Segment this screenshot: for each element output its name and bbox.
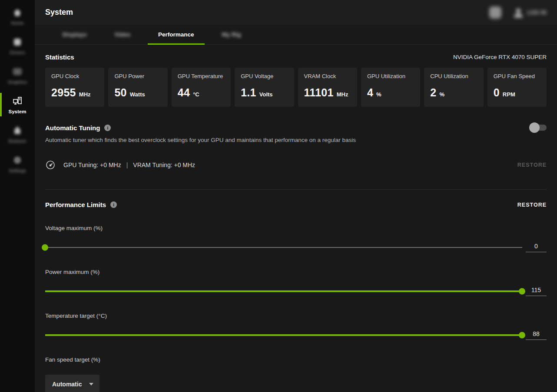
gear-icon [12, 155, 23, 166]
drivers-icon [12, 36, 23, 48]
stat-unit: °C [193, 91, 199, 98]
user-icon [513, 7, 524, 18]
stat-unit: Volts [259, 91, 273, 98]
stat-card-vram-clock: VRAM Clock 11101MHz [298, 68, 357, 107]
stat-card-gpu-fan-speed: GPU Fan Speed 0RPM [487, 68, 547, 107]
slider-knob[interactable] [519, 332, 525, 339]
graphics-icon [12, 66, 23, 77]
stat-card-gpu-temperature: GPU Temperature 44°C [172, 68, 231, 107]
tab-displays[interactable]: Displays [52, 25, 97, 44]
sidebar-item-label: System [9, 109, 27, 114]
system-icon [12, 96, 23, 107]
performance-limits-title: Performance Limits [45, 201, 106, 208]
stat-value: 2 [430, 86, 436, 99]
stat-unit: Watts [130, 91, 145, 98]
sidebar-item-settings[interactable]: Settings [0, 150, 35, 177]
sidebar-item-label: Graphics [8, 79, 27, 85]
gauge-icon [45, 160, 56, 170]
stat-unit: MHz [337, 91, 348, 98]
stat-value: 11101 [304, 86, 334, 99]
stat-value: 2955 [51, 86, 76, 99]
redeem-icon [12, 125, 23, 136]
slider-track[interactable] [45, 247, 522, 248]
gpu-tuning-value: GPU Tuning: +0 MHz [63, 161, 121, 168]
tuning-restore-button[interactable]: RESTORE [517, 162, 547, 168]
stat-card-gpu-clock: GPU Clock 2955MHz [45, 68, 104, 107]
temperature-target-value[interactable]: 88 [526, 330, 547, 340]
stat-value: 1.1 [241, 86, 256, 99]
slider-track[interactable] [45, 291, 522, 292]
gpu-name: NVIDIA GeForce RTX 4070 SUPER [453, 54, 547, 60]
sidebar-item-graphics[interactable]: Graphics [0, 62, 35, 89]
stat-value: 0 [494, 86, 500, 99]
statistics-cards: GPU Clock 2955MHz GPU Power 50Watts GPU … [45, 68, 547, 107]
stat-value: 50 [114, 86, 126, 99]
main-area: System LOG IN Displays Video Performance… [35, 0, 557, 392]
sidebar-item-drivers[interactable]: Drivers [0, 32, 35, 59]
sidebar-item-redeem[interactable]: Redeem [0, 121, 35, 148]
stat-card-gpu-power: GPU Power 50Watts [108, 68, 167, 107]
sidebar-item-label: Drivers [10, 50, 25, 55]
voltage-maximum-slider: 0 [45, 243, 547, 252]
power-maximum-value[interactable]: 115 [526, 287, 547, 296]
info-icon[interactable]: i [110, 201, 117, 208]
page-title: System [45, 8, 73, 17]
fan-speed-dropdown[interactable]: Automatic [45, 375, 99, 392]
sidebar-item-label: Settings [9, 168, 26, 173]
tab-my-rig[interactable]: My Rig [212, 25, 252, 44]
temperature-target-label: Temperature target (°C) [45, 313, 547, 319]
stat-value: 44 [178, 86, 190, 99]
home-icon [12, 7, 23, 18]
sidebar: Home Drivers Graphics System Re [0, 0, 35, 392]
fan-speed-selected: Automatic [52, 381, 82, 388]
limits-restore-button[interactable]: RESTORE [517, 202, 547, 208]
voltage-maximum-value[interactable]: 0 [526, 243, 547, 252]
chat-icon[interactable] [489, 7, 501, 19]
slider-knob[interactable] [42, 244, 48, 251]
tuning-separator: | [126, 161, 128, 168]
sidebar-item-label: Redeem [8, 138, 27, 144]
fan-speed-target-label: Fan speed target (%) [45, 356, 547, 363]
stat-card-cpu-utilization: CPU Utilization 2% [424, 68, 483, 107]
slider-knob[interactable] [519, 288, 525, 295]
stat-unit: MHz [79, 91, 91, 98]
top-bar: System LOG IN [35, 0, 557, 25]
voltage-maximum-label: Voltage maximum (%) [45, 225, 547, 231]
slider-track[interactable] [45, 335, 522, 336]
stat-card-gpu-utilization: GPU Utilization 4% [361, 68, 420, 107]
automatic-tuning-toggle[interactable] [529, 122, 547, 133]
statistics-title: Statistics [45, 53, 74, 61]
section-divider [45, 189, 547, 190]
stat-card-gpu-voltage: GPU Voltage 1.1Volts [235, 68, 294, 107]
tab-bar: Displays Video Performance My Rig [35, 25, 557, 45]
stat-unit: % [439, 91, 444, 98]
chevron-down-icon [89, 383, 93, 385]
tab-performance[interactable]: Performance [148, 25, 205, 44]
sidebar-item-home[interactable]: Home [0, 3, 35, 30]
content: Statistics NVIDIA GeForce RTX 4070 SUPER… [35, 45, 557, 392]
vram-tuning-value: VRAM Tuning: +0 MHz [133, 161, 195, 168]
stat-unit: % [376, 91, 381, 98]
automatic-tuning-title: Automatic Tuning [45, 124, 100, 132]
sidebar-item-system[interactable]: System [0, 91, 35, 118]
sidebar-item-label: Home [11, 20, 23, 26]
login-label: LOG IN [527, 10, 547, 16]
login-button[interactable]: LOG IN [513, 7, 547, 18]
temperature-target-slider: 88 [45, 330, 547, 340]
stat-unit: RPM [503, 91, 515, 98]
power-maximum-slider: 115 [45, 287, 547, 296]
tab-video[interactable]: Video [104, 25, 141, 44]
stat-value: 4 [367, 86, 373, 99]
info-icon[interactable]: i [104, 125, 111, 131]
power-maximum-label: Power maximum (%) [45, 269, 547, 275]
automatic-tuning-description: Automatic tuner which finds the best ove… [45, 137, 547, 143]
